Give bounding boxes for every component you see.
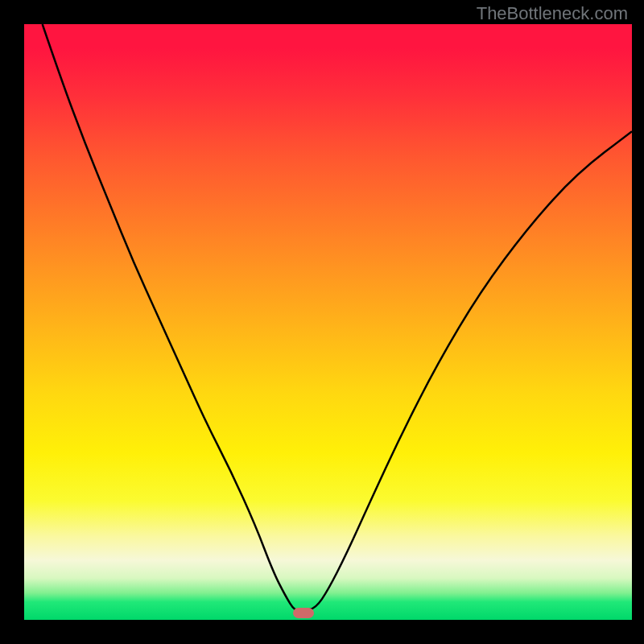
optimal-marker xyxy=(293,608,314,618)
bottleneck-curve-path xyxy=(43,24,632,611)
watermark-label: TheBottleneck.com xyxy=(477,3,628,24)
plot-area xyxy=(24,24,632,620)
curve-svg xyxy=(24,24,632,620)
